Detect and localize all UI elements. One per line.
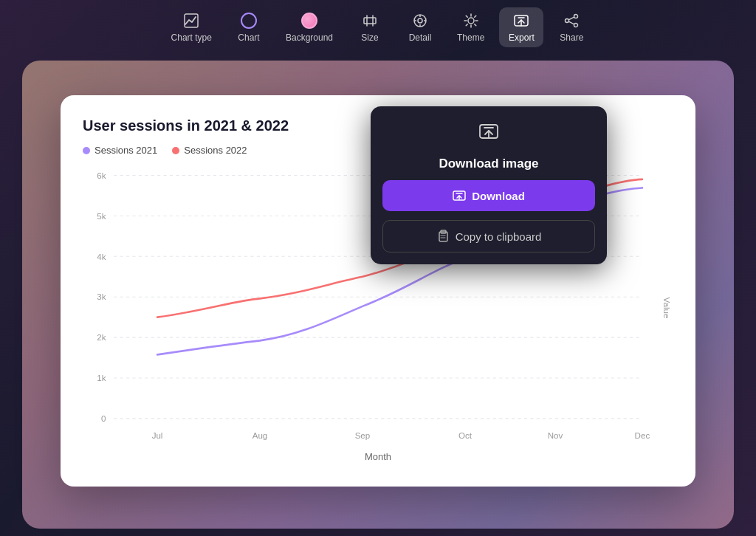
download-image-icon (478, 121, 499, 146)
chart-icon (240, 12, 258, 30)
toolbar-label-theme: Theme (457, 32, 484, 43)
toolbar-item-size[interactable]: Size (348, 7, 392, 47)
svg-text:Dec: Dec (635, 431, 650, 440)
svg-line-26 (569, 21, 574, 24)
svg-line-16 (474, 24, 475, 26)
legend-dot-red (172, 147, 179, 154)
legend-item-2022: Sessions 2022 (172, 145, 247, 156)
svg-text:Sep: Sep (355, 431, 371, 440)
toolbar-item-chart-type[interactable]: Chart type (162, 7, 221, 47)
detail-icon (411, 12, 429, 30)
svg-point-23 (566, 19, 569, 23)
svg-line-15 (466, 16, 467, 17)
svg-line-18 (466, 24, 467, 26)
clipboard-icon (436, 230, 450, 243)
download-btn-icon (453, 189, 466, 202)
download-button[interactable]: Download (382, 180, 595, 211)
svg-text:Oct: Oct (458, 431, 472, 440)
svg-point-10 (468, 18, 474, 24)
export-dropdown-title: Download image (439, 157, 538, 171)
main-content: User sessions in 2021 & 2022 Sessions 20… (0, 53, 756, 536)
svg-rect-1 (364, 18, 376, 24)
svg-text:Value: Value (662, 298, 671, 319)
toolbar-item-export[interactable]: Export (499, 7, 543, 47)
toolbar: Chart type Chart Background Size (0, 0, 756, 53)
svg-text:Jul: Jul (152, 431, 163, 440)
svg-text:3k: 3k (97, 292, 106, 301)
svg-text:Nov: Nov (548, 431, 563, 440)
svg-rect-0 (185, 14, 198, 27)
export-icon (512, 12, 530, 30)
toolbar-item-theme[interactable]: Theme (448, 7, 493, 47)
legend-item-2021: Sessions 2021 (83, 145, 157, 156)
svg-text:1k: 1k (97, 374, 106, 382)
toolbar-label-export: Export (509, 32, 535, 43)
svg-text:5k: 5k (97, 212, 106, 221)
app-wrapper: Chart type Chart Background Size (0, 0, 756, 536)
svg-point-22 (574, 15, 578, 18)
svg-text:0: 0 (101, 414, 106, 423)
toolbar-label-detail: Detail (409, 32, 432, 43)
svg-line-25 (569, 17, 574, 20)
clipboard-button-label: Copy to clipboard (456, 230, 542, 243)
background-icon (300, 12, 318, 30)
download-button-label: Download (472, 190, 525, 202)
toolbar-label-background: Background (286, 32, 333, 43)
svg-text:6k: 6k (97, 171, 106, 180)
legend-label-2022: Sessions 2022 (184, 145, 247, 156)
svg-line-17 (474, 16, 475, 17)
share-icon (563, 12, 580, 30)
svg-text:4k: 4k (97, 252, 106, 261)
toolbar-label-chart-type: Chart type (171, 32, 212, 43)
toolbar-label-chart: Chart (238, 32, 259, 43)
svg-point-5 (418, 18, 422, 23)
theme-icon (462, 12, 480, 30)
legend-dot-purple (83, 147, 90, 154)
toolbar-item-background[interactable]: Background (277, 7, 342, 47)
svg-text:2k: 2k (97, 333, 106, 342)
size-icon (361, 12, 379, 30)
export-dropdown: Download image Download Copy to clipboa (371, 106, 607, 264)
toolbar-label-size: Size (361, 32, 378, 43)
toolbar-item-chart[interactable]: Chart (227, 7, 271, 47)
chart-type-icon (182, 12, 200, 30)
svg-text:Aug: Aug (252, 431, 268, 440)
x-axis-label: Month (83, 451, 673, 462)
legend-label-2021: Sessions 2021 (94, 145, 157, 156)
svg-point-24 (574, 24, 578, 27)
toolbar-item-share[interactable]: Share (549, 7, 594, 47)
toolbar-item-detail[interactable]: Detail (398, 7, 442, 47)
clipboard-button[interactable]: Copy to clipboard (382, 220, 595, 252)
toolbar-label-share: Share (560, 32, 583, 43)
